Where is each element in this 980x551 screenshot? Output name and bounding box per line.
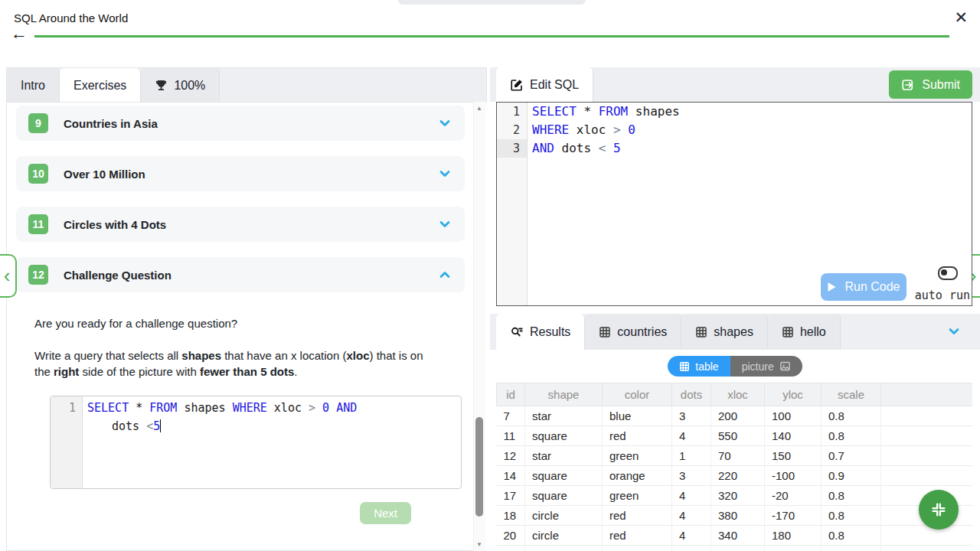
sql-code-editor[interactable]: 123 SELECT * FROM shapesWHERE xloc > 0AN… [496, 102, 972, 306]
table-cell: 17 [497, 486, 525, 506]
table-row[interactable]: 18circlered4380-1700.8 [497, 506, 973, 526]
code-token: FROM [599, 104, 629, 119]
table-row[interactable]: 14squareorange3220-1000.9 [497, 466, 973, 486]
table-row-partial [497, 546, 973, 551]
column-header[interactable]: dots [672, 383, 711, 406]
code-token: AND [336, 401, 357, 415]
tab-label: countries [617, 325, 667, 339]
collapse-fab-button[interactable] [919, 490, 959, 530]
chevron-down-icon[interactable] [437, 116, 452, 131]
table-row[interactable]: 12stargreen1701500.7 [497, 446, 973, 466]
prev-exercise-button[interactable]: ‹ [0, 254, 17, 298]
table-cell-filler [881, 406, 973, 426]
table-row[interactable]: 20circlered43401800.8 [497, 526, 973, 546]
column-header[interactable]: color [603, 383, 672, 406]
table-cell: -20 [765, 486, 822, 506]
auto-run-toggle[interactable] [938, 266, 958, 280]
table-cell: 0.8 [822, 506, 881, 526]
tab-intro-label: Intro [21, 79, 45, 93]
table-cell: 3 [672, 466, 711, 486]
code-token: 0 [322, 401, 329, 415]
column-header[interactable]: yloc [765, 383, 822, 406]
tab-score[interactable]: 100% [141, 68, 220, 103]
table-cell-filler [881, 466, 973, 486]
table-cell-filler [881, 426, 973, 446]
answer-code-editor[interactable]: 1 SELECT * FROM shapes WHERE xloc > 0 AN… [50, 396, 462, 489]
code-token: xloc [267, 401, 309, 415]
table-cell: 140 [765, 426, 822, 446]
code-token: 5 [613, 141, 621, 155]
column-header[interactable]: scale [822, 383, 881, 406]
table-cell: 18 [497, 506, 525, 526]
chevron-down-icon[interactable] [437, 166, 452, 181]
chevron-down-icon[interactable] [946, 324, 962, 339]
progress-bar [34, 35, 949, 37]
table-icon [695, 326, 707, 338]
submit-button[interactable]: Submit [889, 70, 972, 99]
table-cell: 200 [711, 406, 765, 426]
table-row[interactable]: 11squarered45501400.8 [497, 426, 973, 446]
view-toggle: table picture [668, 356, 802, 377]
view-toggle-table[interactable]: table [668, 356, 730, 377]
chevron-down-icon[interactable] [437, 217, 452, 232]
question-text-segment: that have an x location ( [221, 349, 346, 362]
table-cell: -170 [765, 506, 822, 526]
code-token: AND [532, 141, 554, 155]
results-table-wrap: idshapecolordotsxlocylocscale7starblue32… [496, 383, 972, 551]
chevron-up-icon[interactable] [437, 267, 452, 282]
answer-editor-code[interactable]: SELECT * FROM shapes WHERE xloc > 0 ANDd… [83, 396, 461, 488]
sql-code-line: SELECT * FROM shapes [532, 103, 972, 121]
tab-countries[interactable]: countries [585, 314, 681, 350]
table-cell-filler [881, 446, 973, 466]
code-token: > [613, 122, 621, 137]
exercise-list: 9Countries in Asia10Over 10 Million11Cir… [7, 103, 485, 524]
scrollbar-thumb[interactable] [475, 417, 483, 517]
close-icon[interactable]: ✕ [954, 9, 968, 25]
pencil-square-icon [510, 78, 524, 92]
scroll-down-icon[interactable]: ▼ [475, 541, 483, 548]
submit-arrow-icon [901, 78, 915, 92]
table-icon [599, 326, 611, 338]
run-code-button[interactable]: Run Code [821, 273, 906, 301]
tab-label: Results [530, 325, 570, 339]
table-cell: 320 [711, 486, 765, 506]
view-toggle-picture[interactable]: picture [730, 356, 802, 377]
table-cell: 7 [497, 406, 525, 426]
tab-exercises[interactable]: Exercises [60, 68, 141, 103]
column-header[interactable]: shape [525, 383, 603, 406]
table-cell: 0.8 [822, 486, 881, 506]
picture-icon [779, 360, 791, 372]
line-number: 1 [497, 103, 527, 121]
back-icon[interactable]: ← [11, 25, 28, 42]
exercise-card-12-header[interactable]: 12 Challenge Question [16, 257, 465, 292]
tab-shapes[interactable]: shapes [681, 314, 768, 350]
table-cell: 0.9 [822, 466, 881, 486]
tab-edit-sql[interactable]: Edit SQL [496, 67, 593, 102]
question-text-segment: . [294, 365, 297, 378]
table-header-row: idshapecolordotsxlocylocscale [497, 383, 973, 406]
tab-intro[interactable]: Intro [7, 68, 60, 103]
column-header[interactable]: xloc [711, 383, 765, 406]
table-row[interactable]: 17squaregreen4320-200.8 [497, 486, 973, 506]
table-cell: square [525, 466, 603, 486]
exercise-card-11[interactable]: 11Circles with 4 Dots [16, 207, 465, 242]
next-button[interactable]: Next [360, 502, 411, 524]
table-cell: 20 [497, 526, 525, 546]
question-text-segment: shapes [181, 349, 221, 362]
table-icon [782, 326, 794, 338]
exercise-card-10[interactable]: 10Over 10 Million [16, 156, 465, 191]
table-row[interactable]: 7starblue32001000.8 [497, 406, 973, 426]
tab-results[interactable]: Results [496, 314, 585, 350]
tab-hello[interactable]: hello [768, 314, 841, 350]
table-cell: 0.8 [822, 526, 881, 546]
exercises-scrollbar[interactable]: ▲ ▼ [473, 102, 485, 551]
column-header[interactable]: id [497, 383, 525, 406]
auto-run-label: auto run [915, 289, 970, 302]
code-token: WHERE [233, 401, 267, 415]
table-cell: blue [603, 406, 672, 426]
scroll-up-icon[interactable]: ▲ [475, 105, 483, 112]
exercise-card-9[interactable]: 9Countries in Asia [16, 106, 465, 141]
tab-edit-sql-label: Edit SQL [530, 78, 579, 92]
table-cell: 14 [497, 466, 525, 486]
page-title: SQL Around the World [14, 11, 128, 24]
